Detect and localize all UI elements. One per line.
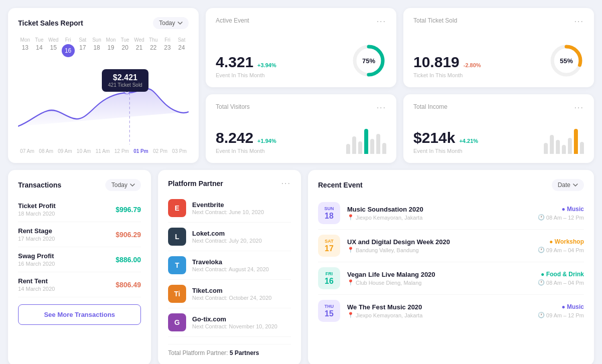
total-income-label: Total Income [413,103,447,110]
tx-info: Ticket Profit 18 March 2020 [18,202,56,217]
event-time: 🕐 09 Am – 12 Pm [538,312,584,318]
clock-icon: 🕐 [538,279,545,286]
platform-partner-menu[interactable]: ··· [281,179,291,188]
chart-svg [18,64,189,144]
partner-item: E Eventbrite Next Contract: June 10, 202… [168,194,291,223]
event-meta: ● Food & Drink 🕐 08 Am – 04 Pm [538,271,584,286]
event-category: ● Music [538,303,584,310]
active-event-menu[interactable]: ··· [377,17,386,26]
tx-amount: $906.29 [115,231,141,239]
event-time: 🕐 09 Am – 04 Pm [538,247,584,253]
location-icon: 📍 [347,312,354,318]
mini-bar [358,141,362,154]
see-more-transactions-button[interactable]: See More Transactions [18,304,141,325]
total-ticket-menu[interactable]: ··· [574,17,584,26]
partner-info: Traveloka Next Contract: August 24, 2020 [192,258,269,272]
location-icon: 📍 [347,279,354,286]
cal-day[interactable]: Sat 24 [175,35,189,59]
total-income-bars [544,129,584,154]
total-income-menu[interactable]: ··· [574,103,584,112]
partner-info: Loket.com Next Contract: July 20, 2020 [192,230,262,244]
total-visitors-header: Total Visitors ··· [216,103,386,112]
mini-bar [568,138,572,154]
partner-item: Ti Tiket.com Next Contract: October 24, … [168,280,291,308]
cal-day[interactable]: Thu 22 [146,35,161,59]
mini-bar [352,136,356,154]
recent-event-item: SAT 17 UX and Digital Design Week 2020 📍… [318,230,584,262]
cal-day[interactable]: Tue 14 [32,35,46,59]
cal-day[interactable]: Fri 23 [161,35,175,59]
mini-bar [562,145,566,154]
platform-partner-card: Platform Partner ··· E Eventbrite Next C… [158,170,301,364]
total-ticket-badge: -2.80% [464,62,481,68]
cal-day[interactable]: Sat 17 [76,35,90,59]
bottom-row: Transactions Today Ticket Profit 18 Marc… [8,170,594,364]
total-ticket-header: Total Ticket Sold ··· [413,17,584,26]
total-income-card: Total Income ··· $214k +4.21% Event In T… [403,94,594,163]
partner-logo: G [168,313,186,331]
transactions-dropdown[interactable]: Today [105,179,141,191]
ticket-sales-title: Ticket Sales Report [18,19,83,27]
transactions-card: Transactions Today Ticket Profit 18 Marc… [8,170,151,364]
chevron-down-icon [130,183,135,188]
tx-amount: $806.49 [115,281,141,289]
partner-item: L Loket.com Next Contract: July 20, 2020 [168,223,291,251]
tx-info: Rent Tent 14 March 2020 [18,277,55,292]
total-ticket-label: Total Ticket Sold [413,17,457,24]
cal-day[interactable]: Tue 20 [118,35,132,59]
event-category: ● Music [538,206,584,213]
recent-event-item: THU 15 We The Fest Music 2020 📍 Jiexpo K… [318,295,584,327]
event-date-badge: SUN 18 [318,202,340,224]
recent-event-dropdown[interactable]: Date [552,179,584,191]
total-visitors-body: 8.242 +1.94% Event In This Month [216,129,386,154]
partner-info: Eventbrite Next Contract: June 10, 2020 [192,201,264,215]
location-icon: 📍 [347,247,354,253]
active-event-body: 4.321 +3.94% Event In This Month 75% [216,43,386,78]
active-event-value: 4.321 [216,54,253,70]
cal-day-active[interactable]: Fri 16 [61,35,76,59]
cal-day[interactable]: Wed 21 [132,35,146,59]
ticket-sales-header: Ticket Sales Report Today [18,17,189,29]
event-category: ● Food & Drink [538,271,584,278]
total-ticket-donut: 55% [549,43,584,78]
transactions-header: Transactions Today [18,179,141,191]
mini-bar [544,143,548,154]
tx-info: Swag Profit 16 March 2020 [18,252,55,267]
total-visitors-menu[interactable]: ··· [377,103,386,112]
active-event-label: Active Event [216,17,249,24]
cal-day[interactable]: Wed 15 [46,35,60,59]
active-event-donut-label: 75% [362,57,375,64]
tx-amount: $886.00 [115,256,141,264]
recent-event-header: Recent Event Date [318,179,584,191]
tx-info: Rent Stage 17 March 2020 [18,227,55,242]
cal-day[interactable]: Sun 18 [90,35,104,59]
ticket-sales-dropdown[interactable]: Today [153,17,189,29]
event-meta: ● Workshop 🕐 09 Am – 04 Pm [538,238,584,253]
mini-bar-highlight [364,129,368,154]
stats-top: Active Event ··· 4.321 +3.94% Event In T… [206,8,594,163]
recent-event-item: SUN 18 Music Soundsation 2020 📍 Jiexpo K… [318,197,584,230]
partner-logo: Ti [168,285,186,303]
total-income-value: $214k [413,129,455,146]
cal-day[interactable]: Mon 19 [104,35,118,59]
clock-icon: 🕐 [538,247,545,253]
active-event-sub: Event In This Month [216,72,276,78]
partner-logo: T [168,256,186,274]
partner-info: Go-tix.com Next Contract: November 10, 2… [192,315,277,329]
total-visitors-value-wrap: 8.242 +1.94% Event In This Month [216,129,276,154]
event-info: Music Soundsation 2020 📍 Jiexpo Kemayora… [347,206,531,221]
x-axis: 07 Am 08 Am 09 Am 10 Am 11 Am 12 Pm 01 P… [18,148,189,154]
chart-area: $2.421 421 Ticket Sold [18,64,189,144]
event-info: We The Fest Music 2020 📍 Jiexpo Kemayora… [347,303,531,318]
partner-total: Total Platform Partner: 5 Partners [168,344,291,356]
mini-bar [556,140,560,154]
total-visitors-badge: +1.94% [257,138,276,144]
dashboard: Ticket Sales Report Today Mon 13 Tue 14 … [8,8,594,364]
total-income-header: Total Income ··· [413,103,584,112]
active-event-card: Active Event ··· 4.321 +3.94% Event In T… [206,8,396,87]
clock-icon: 🕐 [538,312,545,318]
cal-day[interactable]: Mon 13 [18,35,32,59]
event-meta: ● Music 🕐 08 Am – 12 Pm [538,206,584,221]
mini-bar [376,134,380,154]
chevron-down-icon [573,183,578,188]
